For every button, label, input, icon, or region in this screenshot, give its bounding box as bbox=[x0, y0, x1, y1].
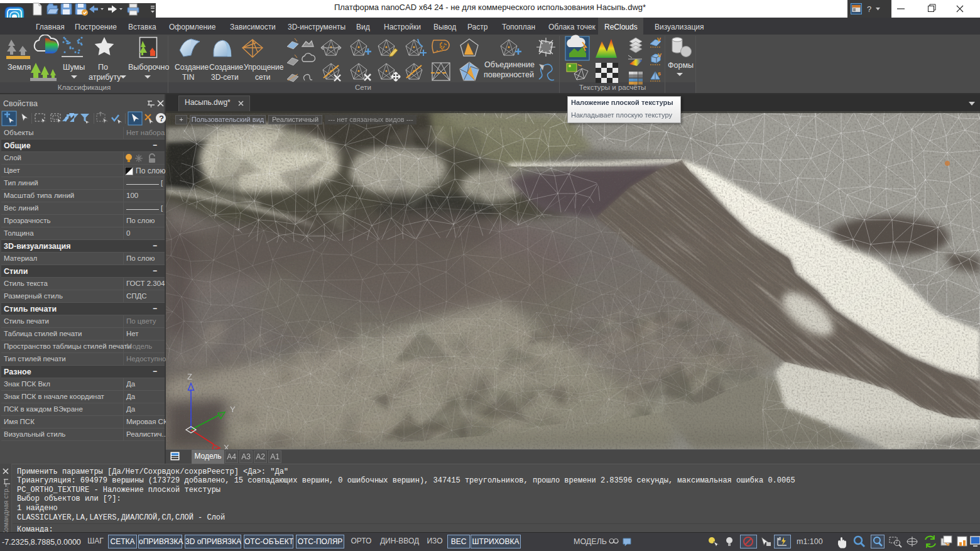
svg-text:V: V bbox=[657, 36, 661, 43]
svg-text:Y: Y bbox=[230, 405, 236, 414]
svg-text:?: ? bbox=[159, 114, 164, 123]
svg-text:Z: Z bbox=[187, 372, 192, 381]
svg-text:V: V bbox=[658, 52, 662, 58]
svg-text:s: s bbox=[658, 70, 661, 77]
svg-text:?: ? bbox=[867, 4, 871, 14]
